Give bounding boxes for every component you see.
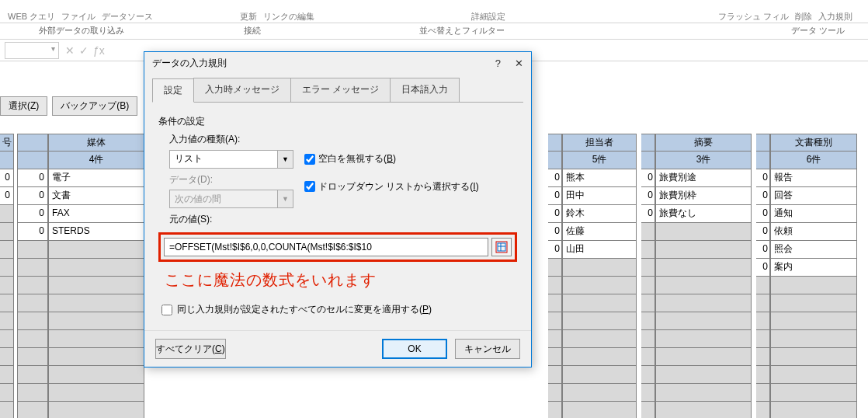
col-header[interactable]: 担当者 [562,134,637,152]
table-cell[interactable]: 熊本 [562,169,637,187]
table-cell[interactable] [48,259,144,277]
table-cell[interactable]: 0 [0,187,14,205]
ribbon-label[interactable]: フラッシュ フィル [718,11,789,23]
apply-all-checkbox[interactable]: 同じ入力規則が設定されたすべてのセルに変更を適用する(P) [161,303,517,316]
table-cell[interactable]: 案内 [770,259,857,277]
allow-combo[interactable]: リスト ▼ [169,150,293,169]
table-cell[interactable]: 回答 [770,187,857,205]
chevron-down-icon[interactable]: ▼ [277,151,293,168]
table-cell[interactable] [655,330,752,348]
ribbon-label[interactable]: ファイル [61,11,95,23]
table-cell[interactable] [655,384,752,402]
table-cell[interactable]: 0 [641,205,655,223]
table-cell[interactable]: 0 [756,241,770,259]
table-cell[interactable] [17,312,48,330]
table-cell[interactable] [548,277,562,294]
table-cell[interactable] [48,348,144,366]
table-cell[interactable] [17,402,48,418]
table-cell[interactable] [48,402,144,418]
name-box[interactable] [5,42,59,59]
table-cell[interactable] [770,277,857,294]
backup-button[interactable]: バックアップ(B) [52,96,137,116]
table-cell[interactable]: 報告 [770,169,857,187]
table-cell[interactable] [770,348,857,366]
table-cell[interactable] [0,223,14,241]
table-cell[interactable] [0,330,14,348]
table-cell[interactable] [0,312,14,330]
table-cell[interactable] [48,366,144,384]
table-cell[interactable] [641,348,655,366]
table-cell[interactable] [17,348,48,366]
table-cell[interactable] [756,277,770,294]
table-cell[interactable] [17,366,48,384]
table-cell[interactable] [562,277,637,294]
tab-input-message[interactable]: 入力時メッセージ [193,78,291,102]
ribbon-label[interactable]: リンクの編集 [263,11,314,23]
cancel-button[interactable]: キャンセル [455,339,520,359]
table-cell[interactable] [0,348,14,366]
table-cell[interactable] [756,294,770,312]
table-cell[interactable] [655,223,752,241]
table-cell[interactable] [562,384,637,402]
tab-settings[interactable]: 設定 [152,78,194,103]
table-cell[interactable] [655,348,752,366]
table-cell[interactable]: 0 [17,187,48,205]
table-cell[interactable] [770,402,857,418]
table-cell[interactable]: 0 [641,187,655,205]
table-cell[interactable] [548,348,562,366]
table-cell[interactable] [641,384,655,402]
table-cell[interactable]: 0 [17,223,48,241]
table-cell[interactable]: 電子 [48,169,144,187]
table-cell[interactable] [48,277,144,294]
table-cell[interactable] [641,312,655,330]
table-cell[interactable]: 0 [17,205,48,223]
dropdown-checkbox[interactable]: ドロップダウン リストから選択する(I) [304,180,479,193]
table-cell[interactable]: 旅費なし [655,205,752,223]
table-cell[interactable] [641,259,655,277]
table-cell[interactable] [548,259,562,277]
table-cell[interactable]: 0 [641,169,655,187]
table-cell[interactable]: 佐藤 [562,223,637,241]
table-cell[interactable] [562,402,637,418]
table-cell[interactable]: 0 [548,205,562,223]
help-icon[interactable]: ? [495,57,501,69]
ribbon-label[interactable]: データソース [102,11,153,23]
table-cell[interactable]: 旅費別途 [655,169,752,187]
dialog-titlebar[interactable]: データの入力規則 ? ✕ [144,52,531,75]
table-cell[interactable] [770,366,857,384]
table-cell[interactable] [548,402,562,418]
table-cell[interactable] [548,312,562,330]
select-button[interactable]: 選択(Z) [0,96,47,116]
table-cell[interactable] [756,348,770,366]
range-picker-button[interactable] [491,238,512,256]
ignore-blank-checkbox[interactable]: 空白を無視する(B) [304,152,396,165]
table-cell[interactable] [548,384,562,402]
table-cell[interactable]: 山田 [562,241,637,259]
table-cell[interactable] [0,384,14,402]
table-cell[interactable] [641,223,655,241]
ok-button[interactable]: OK [382,339,447,359]
table-cell[interactable] [0,259,14,277]
table-cell[interactable]: 0 [756,187,770,205]
table-cell[interactable] [48,294,144,312]
table-cell[interactable]: 0 [548,223,562,241]
table-cell[interactable] [562,294,637,312]
ribbon-label[interactable]: WEB クエリ [8,11,55,23]
table-cell[interactable] [655,259,752,277]
source-input[interactable] [164,238,488,256]
table-cell[interactable]: 依頼 [770,223,857,241]
table-cell[interactable] [562,259,637,277]
table-cell[interactable] [641,330,655,348]
table-cell[interactable] [641,366,655,384]
table-cell[interactable] [562,348,637,366]
table-cell[interactable] [770,384,857,402]
table-cell[interactable] [0,205,14,223]
close-icon[interactable]: ✕ [515,57,523,69]
table-cell[interactable] [562,330,637,348]
table-cell[interactable] [0,294,14,312]
table-cell[interactable] [655,366,752,384]
table-cell[interactable]: 0 [17,169,48,187]
table-cell[interactable]: 鈴木 [562,205,637,223]
ribbon-label[interactable]: 更新 [240,11,257,23]
table-cell[interactable] [48,330,144,348]
